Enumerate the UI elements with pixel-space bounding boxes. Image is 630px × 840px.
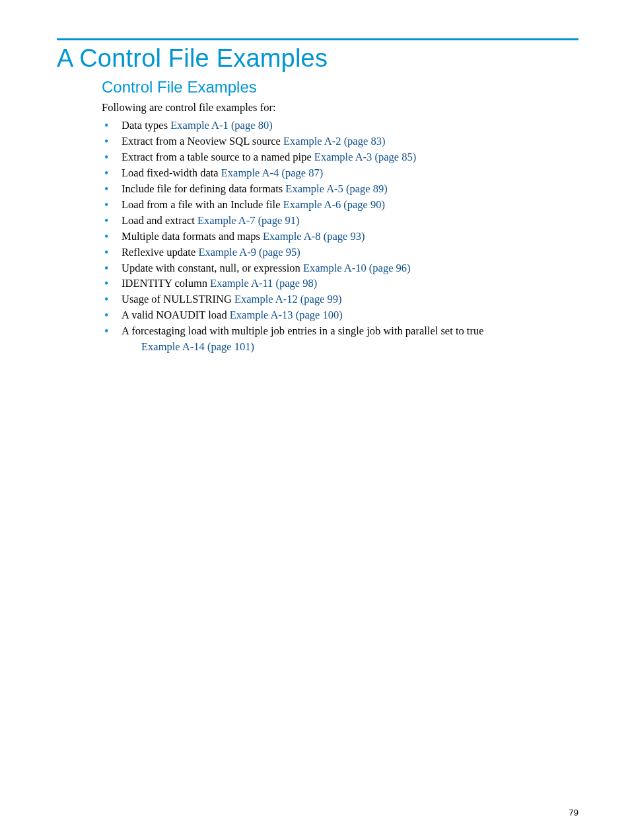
list-item: Load fixed-width data Example A-4 (page … [102, 165, 578, 181]
example-link[interactable]: Example A-13 (page 100) [230, 309, 343, 321]
example-link[interactable]: Example A-8 (page 93) [263, 230, 365, 243]
list-item: Reflexive update Example A-9 (page 95) [102, 245, 578, 260]
list-item-text: Load from a file with an Include file [122, 198, 283, 211]
list-item: Include file for defining data formats E… [102, 181, 578, 197]
list-item-text: Usage of NULLSTRING [122, 293, 234, 305]
list-item-text: A forcestaging load with multiple job en… [122, 325, 484, 337]
top-divider [57, 38, 578, 40]
example-link[interactable]: Example A-9 (page 95) [198, 246, 300, 258]
list-item-text: Multiple data formats and maps [122, 230, 263, 243]
list-item-continuation: Example A-14 (page 101) [122, 339, 578, 355]
example-link[interactable]: Example A-12 (page 99) [234, 293, 342, 305]
list-item-text: Update with constant, null, or expressio… [122, 262, 303, 274]
example-link[interactable]: Example A-2 (page 83) [283, 135, 385, 147]
section-title: Control File Examples [102, 78, 578, 96]
list-item-text: Load and extract [122, 214, 197, 227]
list-item: A valid NOAUDIT load Example A-13 (page … [102, 307, 578, 323]
list-item-text: Extract from a table source to a named p… [122, 151, 314, 163]
example-link[interactable]: Example A-11 (page 98) [210, 277, 317, 289]
list-item: Load from a file with an Include file Ex… [102, 197, 578, 213]
example-link[interactable]: Example A-3 (page 85) [314, 151, 416, 163]
example-link[interactable]: Example A-6 (page 90) [283, 198, 385, 211]
example-link[interactable]: Example A-10 (page 96) [303, 262, 411, 274]
list-item-text: Load fixed-width data [122, 167, 221, 179]
section-intro: Following are control file examples for: [102, 100, 578, 115]
list-item: A forcestaging load with multiple job en… [102, 323, 578, 355]
list-item: Extract from a table source to a named p… [102, 149, 578, 165]
list-item-text: Reflexive update [122, 246, 198, 258]
example-link[interactable]: Example A-14 (page 101) [141, 340, 254, 353]
document-page: A Control File Examples Control File Exa… [0, 0, 630, 840]
example-list: Data types Example A-1 (page 80) Extract… [102, 118, 578, 355]
list-item: Multiple data formats and maps Example A… [102, 229, 578, 245]
list-item: Data types Example A-1 (page 80) [102, 118, 578, 134]
example-link[interactable]: Example A-1 (page 80) [170, 119, 272, 132]
list-item: Extract from a Neoview SQL source Exampl… [102, 134, 578, 149]
example-link[interactable]: Example A-5 (page 89) [285, 182, 387, 195]
list-item-text: IDENTITY column [122, 277, 210, 289]
example-link[interactable]: Example A-4 (page 87) [221, 167, 323, 179]
chapter-title: A Control File Examples [57, 44, 578, 73]
page-number: 79 [569, 808, 578, 818]
list-item-text: Extract from a Neoview SQL source [122, 135, 283, 147]
list-item: IDENTITY column Example A-11 (page 98) [102, 276, 578, 291]
list-item: Load and extract Example A-7 (page 91) [102, 213, 578, 229]
list-item: Update with constant, null, or expressio… [102, 260, 578, 276]
example-link[interactable]: Example A-7 (page 91) [197, 214, 299, 227]
list-item-text: A valid NOAUDIT load [122, 309, 230, 321]
list-item: Usage of NULLSTRING Example A-12 (page 9… [102, 291, 578, 307]
list-item-text: Include file for defining data formats [122, 182, 285, 195]
list-item-text: Data types [122, 119, 170, 132]
